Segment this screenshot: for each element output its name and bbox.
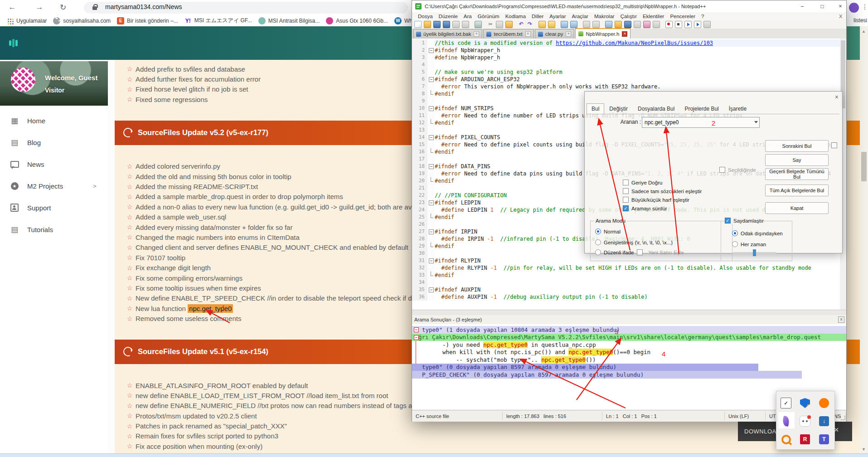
- fold-open-icon[interactable]: [429, 164, 434, 169]
- mode-normal-radio[interactable]: Normal: [595, 228, 621, 234]
- new-file-icon[interactable]: [414, 21, 422, 28]
- copy-icon[interactable]: [496, 21, 503, 28]
- teams-icon[interactable]: T: [819, 434, 829, 444]
- teams-icon-cell[interactable]: T: [818, 433, 830, 446]
- undo-icon[interactable]: ↶: [518, 21, 524, 28]
- menu-aralar[interactable]: Araçlar: [572, 14, 588, 19]
- fold-open-icon[interactable]: [429, 106, 434, 111]
- record-macro-icon[interactable]: [665, 21, 673, 28]
- installer-box-icon-cell[interactable]: ↓: [818, 415, 830, 428]
- paste-icon[interactable]: [505, 21, 513, 28]
- keyfinder-magnifier-icon[interactable]: [781, 435, 791, 444]
- result-row[interactable]: when kill with (not npc.is_pc()) and npc…: [412, 349, 650, 356]
- profile-avatar[interactable]: [11, 68, 35, 92]
- indent-guide-icon[interactable]: [615, 21, 622, 28]
- sync-scroll-icon[interactable]: [583, 21, 590, 28]
- defender-warning-icon-cell[interactable]: [799, 397, 811, 409]
- menu-eklentiler[interactable]: Eklentiler: [643, 14, 664, 19]
- scroll-up-icon[interactable]: ▲: [862, 29, 866, 34]
- menu-ayarlar[interactable]: Ayarlar: [549, 14, 566, 19]
- button-sonrakini-bul[interactable]: Sonrakini Bul: [765, 140, 829, 152]
- slider-thumb[interactable]: [753, 249, 756, 256]
- tab-tecr-bem-txt[interactable]: tecrübem.txt×: [483, 29, 533, 39]
- zoom-out-icon[interactable]: [570, 21, 577, 28]
- menu-altr[interactable]: Çalıştır: [621, 14, 637, 19]
- backward-checkbox[interactable]: Geriye Doğru: [623, 180, 662, 185]
- fold-open-icon[interactable]: [414, 327, 419, 332]
- fold-open-icon[interactable]: [429, 229, 434, 234]
- reading-list-label[interactable]: listesi: [853, 17, 867, 24]
- doc-switch-icon[interactable]: [634, 21, 641, 28]
- result-row[interactable]: -) you need npc.get_type0 in questlua_np…: [412, 341, 596, 349]
- avast-icon-cell[interactable]: [818, 397, 830, 409]
- multi-play-icon[interactable]: [694, 21, 701, 28]
- find-tab-de-i-tir[interactable]: Değiştir: [604, 103, 633, 114]
- result-row[interactable]: ğrı Çakır\Downloads\Compressed\MartySama…: [412, 334, 846, 341]
- discord-icon-cell[interactable]: [799, 415, 811, 428]
- usb-eject-icon-cell[interactable]: ✓: [780, 397, 792, 409]
- button-say[interactable]: Say: [765, 154, 829, 166]
- wrap-around-checkbox[interactable]: ✓Aramayı sürdür: [623, 205, 667, 211]
- bookmark-item[interactable]: Asus Gtx 1060 6Gb...: [326, 17, 388, 24]
- lightshot-feather-icon[interactable]: [782, 416, 790, 427]
- browser-profile-avatar[interactable]: [849, 3, 859, 13]
- print-icon[interactable]: [475, 21, 482, 28]
- match-case-checkbox[interactable]: Büyük/küçük harf eşleştir: [623, 197, 689, 203]
- search-results-header[interactable]: Arama Sonuçları - (3 eşleşme): [412, 315, 846, 325]
- save-icon[interactable]: [433, 21, 441, 28]
- save-all-icon[interactable]: [443, 21, 450, 28]
- menu-kodlama[interactable]: Kodlama: [505, 14, 526, 19]
- bookmark-item[interactable]: MSI Antrasit Bilgisa...: [258, 17, 320, 24]
- fold-open-icon[interactable]: [429, 200, 434, 205]
- menu-dzenle[interactable]: Düzenle: [439, 14, 458, 19]
- replace-icon[interactable]: [548, 21, 555, 28]
- doc-map-icon[interactable]: [624, 21, 631, 28]
- close-window-icon[interactable]: ×: [834, 2, 847, 10]
- keyfinder-magnifier-icon-cell[interactable]: [780, 433, 792, 446]
- fold-open-icon[interactable]: [414, 335, 419, 340]
- tab--yelik-bilgileri-txt-bak[interactable]: üyelik bilgileri.txt.bak×: [413, 29, 482, 39]
- button-t-m-a-k-belgelerde-bul[interactable]: Tüm Açık Belgelerde Bul: [765, 185, 829, 196]
- search-input[interactable]: npc.get_type0: [642, 117, 760, 128]
- tab-clear-py[interactable]: clear.py×: [535, 29, 575, 39]
- find-tab-bul[interactable]: Bul: [587, 103, 604, 114]
- fold-open-icon[interactable]: [429, 287, 434, 292]
- transparency-checkbox[interactable]: ✓Saydamlaştır: [725, 218, 764, 224]
- close-icon[interactable]: [452, 21, 460, 28]
- result-row[interactable]: P_SPEED_CHECK" (0 dosyada yapılan 8597 a…: [412, 371, 802, 379]
- menu-dosya[interactable]: Dosya: [418, 14, 433, 19]
- menu-diller[interactable]: Diller: [532, 14, 543, 19]
- radeon-icon[interactable]: R: [800, 434, 810, 444]
- url-text[interactable]: martysama0134.com/News: [105, 3, 182, 10]
- whole-word-checkbox[interactable]: Sadece tam sözcükleri eşleştir: [623, 188, 702, 194]
- find-close-icon[interactable]: ×: [835, 93, 839, 101]
- button-kapat[interactable]: Kapat: [765, 202, 829, 214]
- menubar-close-icon[interactable]: X: [839, 14, 842, 19]
- bookmark-item[interactable]: Y!MSI エムエスアイ GF...: [184, 17, 252, 24]
- results-close-icon[interactable]: x: [838, 316, 844, 323]
- scrollbar-thumb[interactable]: [861, 152, 867, 181]
- result-row[interactable]: type0" (0 dosyada yapılan 8597 aramada 0…: [412, 364, 758, 371]
- stop-macro-icon[interactable]: [675, 21, 682, 28]
- browser-scrollbar[interactable]: [860, 26, 868, 453]
- button-ge-erli-belgede-t-m-n-bul[interactable]: Geçerli Belgede Tümünü Bul: [765, 168, 829, 180]
- in-selection-checkbox[interactable]: Seçildiğinde: [719, 167, 756, 173]
- show-symbols-icon[interactable]: [605, 21, 612, 28]
- result-row[interactable]: -- syschat("mob type ".. npc.get_type0()…: [412, 356, 596, 364]
- bookmark-line-checkbox[interactable]: [831, 142, 837, 148]
- resize-grip[interactable]: [841, 416, 845, 420]
- menu-makrolar[interactable]: Makrolar: [594, 14, 615, 19]
- fold-open-icon[interactable]: [429, 258, 434, 263]
- tab-NpbWrapper-h[interactable]: NpbWrapper.h×: [575, 28, 630, 39]
- find-tab-dosyalarda-bul[interactable]: Dosyalarda Bul: [633, 103, 679, 114]
- func-list-icon[interactable]: [703, 21, 711, 28]
- avast-icon[interactable]: [819, 398, 829, 408]
- word-wrap-icon[interactable]: [592, 21, 600, 28]
- redo-icon[interactable]: ↷: [527, 21, 533, 28]
- fold-open-icon[interactable]: [429, 135, 434, 140]
- sidebar-item-tutorials[interactable]: ▤Tutorials: [0, 219, 108, 240]
- installer-box-icon[interactable]: ↓: [819, 416, 829, 426]
- menu-grnm[interactable]: Görünüm: [478, 14, 499, 19]
- edit-marker-icon[interactable]: [643, 21, 650, 28]
- menu-[interactable]: ?: [701, 14, 704, 19]
